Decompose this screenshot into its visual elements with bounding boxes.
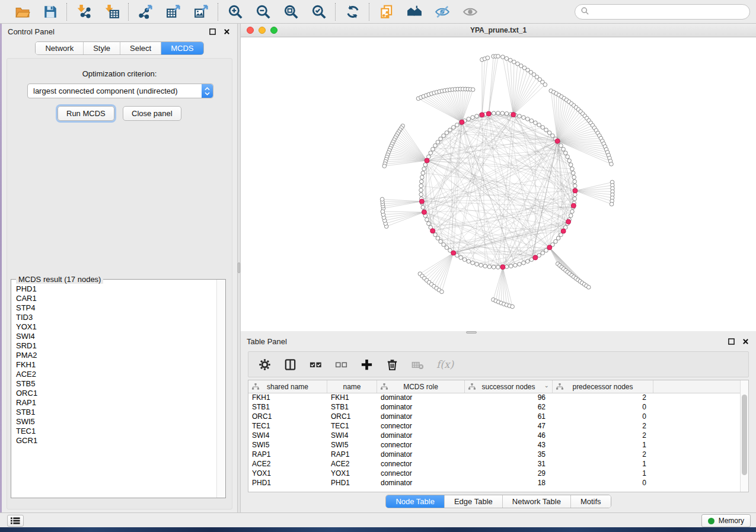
table-row[interactable]: YOX1YOX1connector291	[248, 469, 741, 478]
network-canvas[interactable]	[241, 37, 756, 331]
table-row[interactable]: STB1STB1dominator620	[248, 402, 741, 412]
mcds-result-item[interactable]: TEC1	[16, 427, 217, 436]
cell-MCDS-role[interactable]: dominator	[377, 431, 465, 440]
mcds-result-item[interactable]: ORC1	[16, 389, 217, 398]
graph-node[interactable]	[439, 137, 443, 141]
graph-node[interactable]	[448, 128, 452, 132]
graph-hub-node[interactable]	[500, 265, 505, 270]
cell-MCDS-role[interactable]: connector	[377, 440, 465, 450]
cell-shared-name[interactable]: ACE2	[248, 459, 327, 469]
cell-MCDS-role[interactable]: dominator	[377, 450, 465, 459]
graph-hub-node[interactable]	[425, 158, 429, 163]
graph-node[interactable]	[419, 188, 423, 193]
home-icon[interactable]	[406, 4, 422, 20]
graph-node[interactable]	[431, 148, 435, 152]
graph-node[interactable]	[512, 60, 516, 64]
mcds-result-item[interactable]: ACE2	[16, 370, 217, 379]
gear-icon[interactable]	[258, 358, 272, 371]
tab-mcds[interactable]: MCDS	[161, 42, 203, 55]
cell-successor-nodes[interactable]: 35	[465, 450, 553, 459]
graph-node[interactable]	[471, 261, 475, 265]
cell-shared-name[interactable]: PHD1	[248, 478, 327, 488]
graph-node[interactable]	[486, 56, 490, 60]
graph-node[interactable]	[570, 167, 575, 171]
cell-name[interactable]: ACE2	[327, 459, 377, 469]
graph-node[interactable]	[556, 236, 560, 241]
graph-node[interactable]	[425, 217, 429, 222]
cell-predecessor-nodes[interactable]: 0	[553, 412, 653, 421]
run-mcds-button[interactable]: Run MCDS	[58, 106, 114, 121]
refresh-icon[interactable]	[344, 4, 361, 20]
graph-node[interactable]	[500, 111, 505, 116]
graph-node[interactable]	[496, 55, 500, 59]
graph-node[interactable]	[427, 222, 431, 226]
graph-node[interactable]	[525, 259, 529, 264]
graph-node[interactable]	[541, 126, 545, 130]
mcds-result-scrollbar[interactable]	[216, 280, 225, 498]
cell-successor-nodes[interactable]: 31	[465, 459, 553, 469]
graph-node[interactable]	[508, 58, 512, 62]
tab-select[interactable]: Select	[120, 42, 161, 55]
task-history-button[interactable]	[7, 515, 24, 527]
graph-node[interactable]	[544, 128, 548, 132]
graph-node[interactable]	[440, 290, 444, 294]
cell-shared-name[interactable]: ORC1	[248, 412, 327, 421]
graph-hub-node[interactable]	[451, 251, 456, 255]
delete-table-icon[interactable]	[411, 358, 425, 371]
graph-node[interactable]	[483, 264, 487, 268]
graph-node[interactable]	[563, 151, 567, 155]
graph-hub-node[interactable]	[555, 139, 560, 143]
deselect-all-icon[interactable]	[334, 358, 348, 371]
graph-hub-node[interactable]	[573, 188, 578, 193]
graph-node[interactable]	[543, 83, 547, 87]
graph-hub-node[interactable]	[547, 245, 552, 250]
cell-name[interactable]: ORC1	[327, 412, 377, 421]
graph-hub-node[interactable]	[533, 255, 538, 260]
table-scrollbar[interactable]	[740, 380, 748, 492]
graph-node[interactable]	[429, 151, 433, 155]
mcds-result-item[interactable]: STP4	[16, 303, 217, 313]
graph-node[interactable]	[475, 114, 479, 118]
graph-node[interactable]	[436, 140, 440, 145]
mcds-result-item[interactable]: RAP1	[16, 398, 217, 408]
criterion-dropdown[interactable]: largest connected component (undirected)	[27, 84, 213, 98]
graph-node[interactable]	[529, 119, 534, 123]
zoom-fit-icon[interactable]	[283, 4, 299, 20]
export-network-icon[interactable]	[138, 4, 154, 20]
cell-successor-nodes[interactable]: 46	[465, 431, 553, 440]
table-row[interactable]: RAP1RAP1dominator352	[248, 450, 741, 459]
close-panel-button[interactable]: Close panel	[123, 106, 181, 121]
cell-predecessor-nodes[interactable]: 1	[553, 469, 653, 478]
mcds-result-item[interactable]: YOX1	[16, 322, 217, 332]
show-eye-icon[interactable]	[462, 4, 478, 20]
graph-node[interactable]	[492, 265, 496, 269]
cell-predecessor-nodes[interactable]: 1	[553, 459, 653, 469]
graph-hub-node[interactable]	[419, 199, 424, 204]
graph-node[interactable]	[423, 163, 428, 167]
network-window-titlebar[interactable]: YPA_prune.txt_1	[241, 24, 756, 37]
cell-successor-nodes[interactable]: 47	[465, 421, 553, 431]
graph-node[interactable]	[467, 259, 471, 264]
cell-predecessor-nodes[interactable]: 2	[553, 393, 653, 402]
zoom-selected-icon[interactable]	[311, 4, 327, 20]
graph-node[interactable]	[433, 143, 438, 148]
tab-network-table[interactable]: Network Table	[502, 495, 570, 508]
graph-node[interactable]	[492, 111, 496, 116]
cell-MCDS-role[interactable]: dominator	[377, 402, 465, 412]
graph-node[interactable]	[419, 184, 423, 188]
cell-shared-name[interactable]: SWI5	[248, 440, 327, 450]
graph-node[interactable]	[610, 202, 614, 206]
graph-node[interactable]	[509, 264, 513, 268]
cell-predecessor-nodes[interactable]: 2	[553, 450, 653, 459]
export-image-icon[interactable]	[193, 4, 209, 20]
tab-style[interactable]: Style	[83, 42, 120, 55]
graph-hub-node[interactable]	[561, 229, 566, 233]
graph-node[interactable]	[610, 162, 614, 166]
graph-node[interactable]	[475, 262, 479, 267]
memory-button[interactable]: Memory	[701, 514, 751, 527]
graph-node[interactable]	[525, 117, 529, 121]
cell-name[interactable]: TEC1	[327, 421, 377, 431]
mcds-result-item[interactable]: PHD1	[16, 284, 217, 294]
cell-successor-nodes[interactable]: 62	[465, 402, 553, 412]
cell-MCDS-role[interactable]: connector	[377, 469, 465, 478]
